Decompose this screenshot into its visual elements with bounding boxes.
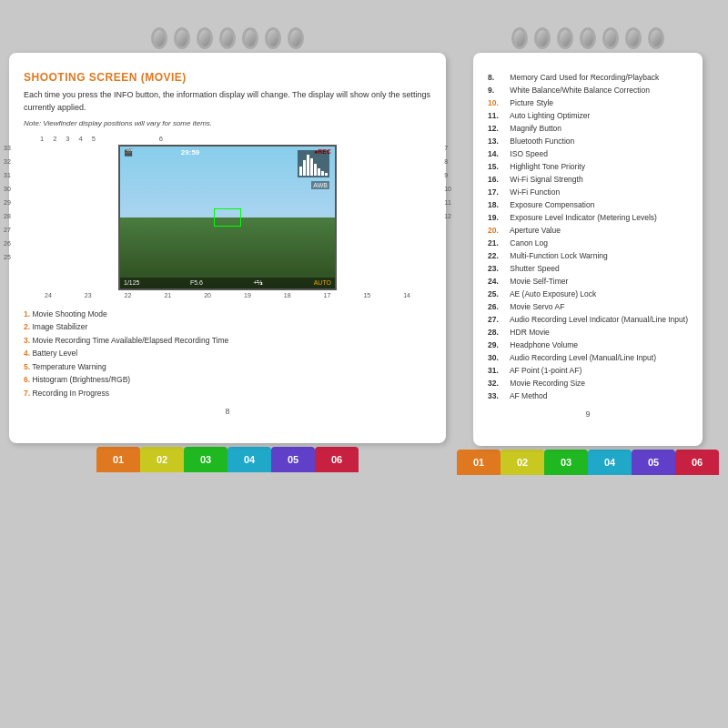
num-30: 30 bbox=[4, 186, 11, 192]
right-item-21: 21. Canon Log bbox=[488, 237, 688, 249]
tab-right-04[interactable]: 04 bbox=[588, 450, 632, 475]
right-item-18: 18. Exposure Compensation bbox=[488, 198, 688, 211]
legend-item-3: 3. Movie Recording Time Available/Elapse… bbox=[24, 334, 431, 347]
num-33: 33 bbox=[4, 145, 11, 151]
legend-item-1: 1. Movie Shooting Mode bbox=[24, 308, 431, 320]
hist-bar-4 bbox=[310, 158, 313, 177]
right-item-11: 11. Auto Lighting Optimizer bbox=[488, 109, 688, 122]
hist-bar-1 bbox=[299, 167, 302, 176]
spiral-3 bbox=[197, 27, 213, 49]
num-12: 12 bbox=[444, 213, 451, 219]
hist-bar-6 bbox=[318, 168, 320, 176]
legend-item-7: 7. Recording In Progress bbox=[24, 387, 431, 399]
tab-right-02[interactable]: 02 bbox=[500, 450, 544, 475]
right-spirals bbox=[511, 27, 664, 49]
right-item-33: 33. AF Method bbox=[488, 389, 688, 402]
left-tabs-row: 01 02 03 04 05 06 bbox=[96, 447, 359, 472]
legend-item-4: 4. Battery Level bbox=[24, 347, 431, 359]
intro-text: Each time you press the INFO button, the… bbox=[24, 89, 431, 114]
right-item-10: 10. Picture Style bbox=[488, 96, 688, 109]
num-15: 15 bbox=[363, 292, 370, 298]
tab-right-06[interactable]: 06 bbox=[675, 450, 719, 475]
spiral-r1 bbox=[511, 27, 528, 49]
cam-shutter: 1/125 bbox=[124, 279, 140, 287]
main-container: SHOOTING SCREEN (MOVIE) Each time you pr… bbox=[9, 18, 719, 710]
right-numbered-list: 8. Memory Card Used for Recording/Playba… bbox=[488, 71, 688, 402]
section-title: SHOOTING SCREEN (MOVIE) bbox=[24, 71, 431, 84]
hist-bar-3 bbox=[307, 155, 309, 176]
num-14: 14 bbox=[403, 292, 410, 298]
tab-left-01[interactable]: 01 bbox=[96, 447, 140, 472]
right-item-27: 27. Audio Recording Level Indicator (Man… bbox=[488, 313, 688, 326]
right-item-31: 31. AF Point (1-point AF) bbox=[488, 364, 688, 377]
camera-screen-area: 1 2 3 4 5 6 33 32 31 30 29 28 bbox=[24, 135, 431, 298]
num-2: 2 bbox=[53, 135, 56, 143]
note-text: Note: Viewfinder display positions will … bbox=[24, 119, 431, 127]
right-item-24: 24. Movie Self-Timer bbox=[488, 275, 688, 288]
num-11: 11 bbox=[444, 199, 451, 206]
num-26: 26 bbox=[4, 240, 11, 247]
legend-item-2: 2. Image Stabilizer bbox=[24, 320, 431, 333]
tab-left-04[interactable]: 04 bbox=[228, 447, 271, 472]
tab-left-02[interactable]: 02 bbox=[140, 447, 184, 472]
cam-exposure: +⅔ bbox=[253, 279, 263, 287]
legend-item-6: 6. Histogram (Brightness/RGB) bbox=[24, 373, 431, 386]
num-19: 19 bbox=[244, 292, 251, 298]
bottom-numbers-row: 24 23 22 21 20 19 18 17 15 14 bbox=[24, 292, 431, 298]
num-21: 21 bbox=[164, 292, 171, 298]
camera-screen: 🎬 29:59 ●REC bbox=[118, 145, 337, 290]
right-item-13: 13. Bluetooth Function bbox=[488, 135, 688, 147]
histogram bbox=[298, 150, 329, 177]
spiral-7 bbox=[288, 27, 304, 49]
num-20: 20 bbox=[204, 292, 211, 298]
spiral-6 bbox=[265, 27, 281, 49]
cam-timer: 29:59 bbox=[181, 148, 199, 157]
num-22: 22 bbox=[125, 292, 132, 298]
tab-right-05[interactable]: 05 bbox=[632, 450, 675, 475]
top-numbers-row: 1 2 3 4 5 6 bbox=[24, 135, 431, 143]
cam-aperture: F5.6 bbox=[190, 279, 203, 287]
num-3: 3 bbox=[66, 135, 69, 143]
num-7: 7 bbox=[444, 145, 451, 151]
right-item-17: 17. Wi-Fi Function bbox=[488, 186, 688, 198]
left-page-number: 8 bbox=[24, 407, 431, 416]
spiral-r2 bbox=[534, 27, 551, 49]
num-17: 17 bbox=[324, 292, 331, 298]
cam-af-box bbox=[214, 208, 241, 227]
right-item-12: 12. Magnify Button bbox=[488, 122, 688, 135]
right-tabs-row: 01 02 03 04 05 06 bbox=[457, 450, 719, 475]
right-page-number: 9 bbox=[488, 410, 688, 419]
num-31: 31 bbox=[4, 172, 11, 178]
left-legend-list: 1. Movie Shooting Mode 2. Image Stabiliz… bbox=[24, 308, 431, 399]
legend-item-5: 5. Temperature Warning bbox=[24, 360, 431, 373]
right-item-19: 19. Exposure Level Indicator (Metering L… bbox=[488, 211, 688, 224]
num-4: 4 bbox=[79, 135, 83, 143]
spiral-r5 bbox=[602, 27, 619, 49]
hist-bar-7 bbox=[321, 171, 324, 176]
hist-bar-2 bbox=[303, 160, 306, 176]
left-page-wrapper: SHOOTING SCREEN (MOVIE) Each time you pr… bbox=[9, 27, 446, 472]
num-25: 25 bbox=[4, 254, 11, 260]
spiral-1 bbox=[151, 27, 167, 49]
tab-right-03[interactable]: 03 bbox=[544, 450, 588, 475]
hist-bar-8 bbox=[325, 173, 328, 176]
cam-overlay: 🎬 29:59 ●REC bbox=[120, 147, 335, 288]
right-item-30: 30. Audio Recording Level (Manual/Line I… bbox=[488, 351, 688, 364]
num-1: 1 bbox=[40, 135, 44, 143]
num-9: 9 bbox=[444, 172, 451, 178]
right-item-26: 26. Movie Servo AF bbox=[488, 300, 688, 313]
tab-left-03[interactable]: 03 bbox=[184, 447, 228, 472]
cam-bottom-bar: 1/125 F5.6 +⅔ AUTO bbox=[120, 278, 335, 288]
tab-left-05[interactable]: 05 bbox=[271, 447, 315, 472]
right-item-15: 15. Highlight Tone Priority bbox=[488, 160, 688, 173]
cam-iso: AUTO bbox=[314, 279, 331, 287]
num-23: 23 bbox=[85, 292, 92, 298]
left-page: SHOOTING SCREEN (MOVIE) Each time you pr… bbox=[9, 53, 446, 443]
tab-left-06[interactable]: 06 bbox=[315, 447, 359, 472]
tab-right-01[interactable]: 01 bbox=[457, 450, 500, 475]
num-27: 27 bbox=[4, 227, 11, 233]
right-item-9: 9. White Balance/White Balance Correctio… bbox=[488, 84, 688, 96]
spiral-r4 bbox=[580, 27, 596, 49]
right-item-20: 20. Aperture Value bbox=[488, 224, 688, 237]
num-29: 29 bbox=[4, 199, 11, 206]
